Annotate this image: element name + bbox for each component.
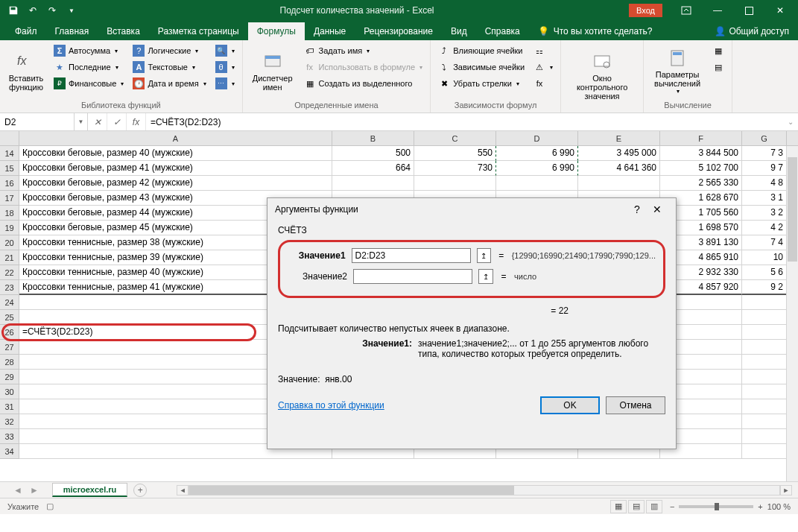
cell[interactable]: 3 495 000 — [578, 146, 660, 161]
cell[interactable] — [742, 340, 787, 355]
row-header[interactable]: 21 — [0, 250, 19, 265]
sheet-nav-prev-icon[interactable]: ◄ — [13, 485, 22, 495]
col-header-D[interactable]: D — [496, 131, 578, 145]
zoom-slider[interactable] — [679, 505, 753, 508]
cell[interactable] — [742, 444, 787, 459]
use-in-formula-button[interactable]: fxИспользовать в формуле▾ — [301, 60, 426, 75]
cell[interactable]: 5 102 700 — [660, 161, 742, 176]
tab-insert[interactable]: Вставка — [98, 22, 149, 40]
cell[interactable] — [496, 176, 578, 191]
row-header[interactable]: 14 — [0, 146, 19, 161]
row-header[interactable]: 16 — [0, 176, 19, 191]
row-header[interactable]: 24 — [0, 295, 19, 310]
cell[interactable] — [332, 176, 414, 191]
row-header[interactable]: 19 — [0, 221, 19, 235]
show-formulas-button[interactable]: ⚏ — [531, 43, 556, 58]
row-header[interactable]: 33 — [0, 429, 19, 444]
cell[interactable]: Кроссовки беговые, размер 40 (мужские) — [19, 146, 332, 161]
cell[interactable]: 4 2 — [742, 221, 787, 235]
dialog-help-icon[interactable]: ? — [628, 203, 646, 215]
row-header[interactable]: 32 — [0, 414, 19, 429]
cell[interactable]: 500 — [332, 146, 414, 161]
cell[interactable]: 550 — [414, 146, 496, 161]
ribbon-options-icon[interactable] — [671, 0, 701, 21]
remove-arrows-button[interactable]: ✖Убрать стрелки▾ — [435, 76, 528, 91]
expand-formula-bar-icon[interactable]: ⌄ — [783, 113, 798, 130]
cell[interactable] — [742, 310, 787, 325]
cell[interactable]: 3 1 — [742, 191, 787, 206]
arg1-input[interactable] — [352, 248, 471, 263]
fx-button[interactable]: fx — [127, 113, 146, 130]
cell[interactable]: 3 844 500 — [660, 146, 742, 161]
row-header[interactable]: 18 — [0, 206, 19, 221]
cell[interactable]: 5 6 — [742, 265, 787, 280]
add-sheet-button[interactable]: + — [133, 484, 147, 497]
lookup-button[interactable]: 🔍▾ — [212, 43, 238, 58]
cancel-formula-icon[interactable]: ✕ — [88, 113, 107, 130]
select-all-corner[interactable] — [0, 131, 19, 145]
cell[interactable] — [414, 176, 496, 191]
cell[interactable]: 2 565 330 — [660, 176, 742, 191]
page-layout-icon[interactable]: ▤ — [628, 500, 645, 513]
col-header-G[interactable]: G — [742, 131, 787, 145]
cancel-button[interactable]: Отмена — [606, 396, 665, 414]
login-button[interactable]: Вход — [629, 4, 662, 17]
calc-now-button[interactable]: ▦ — [709, 43, 727, 58]
minimize-icon[interactable]: — — [703, 0, 732, 21]
sheet-tab-active[interactable]: microexcel.ru — [52, 483, 128, 497]
normal-view-icon[interactable]: ▦ — [610, 500, 627, 513]
hscroll-right-icon[interactable]: ► — [780, 485, 792, 495]
row-header[interactable]: 23 — [0, 280, 19, 295]
cell[interactable]: 4 8 — [742, 176, 787, 191]
tab-data[interactable]: Данные — [305, 22, 355, 40]
tab-help[interactable]: Справка — [476, 22, 529, 40]
undo-icon[interactable]: ↶ — [24, 2, 42, 19]
tab-formulas[interactable]: Формулы — [248, 22, 305, 40]
help-link[interactable]: Справка по этой функции — [278, 400, 384, 411]
tab-review[interactable]: Рецензирование — [355, 22, 442, 40]
cell[interactable]: 3 2 — [742, 206, 787, 221]
trace-dependents-button[interactable]: ⤵Зависимые ячейки — [435, 60, 528, 75]
evaluate-button[interactable]: fx — [531, 76, 556, 91]
arg1-ref-button[interactable]: ↥ — [477, 248, 491, 263]
vertical-scrollbar[interactable] — [786, 146, 798, 481]
col-header-A[interactable]: A — [19, 131, 332, 145]
save-icon[interactable] — [4, 2, 22, 19]
cell[interactable]: 9 2 — [742, 280, 787, 295]
row-header[interactable]: 15 — [0, 161, 19, 176]
cell[interactable]: 6 990 — [496, 146, 578, 161]
row-header[interactable]: 20 — [0, 235, 19, 250]
cell[interactable]: 730 — [414, 161, 496, 176]
recent-button[interactable]: ★Последние▾ — [51, 60, 127, 75]
row-header[interactable]: 25 — [0, 310, 19, 325]
row-header[interactable]: 34 — [0, 444, 19, 459]
formula-input[interactable]: =СЧЁТЗ(D2:D23) — [146, 113, 783, 130]
row-header[interactable]: 26 — [0, 325, 19, 340]
cell[interactable]: 7 3 — [742, 146, 787, 161]
cell[interactable] — [742, 384, 787, 399]
cell[interactable]: 664 — [332, 161, 414, 176]
create-from-selection-button[interactable]: ▦Создать из выделенного — [301, 76, 426, 91]
name-manager-button[interactable]: Диспетчер имен — [247, 43, 298, 99]
cell[interactable] — [742, 325, 787, 340]
more-fn-button[interactable]: ⋯▾ — [212, 76, 238, 91]
row-header[interactable]: 31 — [0, 399, 19, 414]
redo-icon[interactable]: ↷ — [43, 2, 61, 19]
insert-function-button[interactable]: fx Вставить функцию — [4, 43, 48, 99]
tab-layout[interactable]: Разметка страницы — [149, 22, 248, 40]
row-header[interactable]: 29 — [0, 370, 19, 384]
name-box[interactable]: D2 — [0, 113, 75, 130]
cell[interactable]: 4 641 360 — [578, 161, 660, 176]
logical-button[interactable]: ?Логические▾ — [130, 43, 209, 58]
col-header-F[interactable]: F — [660, 131, 742, 145]
error-check-button[interactable]: ⚠▾ — [531, 60, 556, 75]
col-header-B[interactable]: B — [332, 131, 414, 145]
cell[interactable]: 7 4 — [742, 235, 787, 250]
cell[interactable] — [742, 414, 787, 429]
row-header[interactable]: 28 — [0, 355, 19, 370]
cell[interactable] — [742, 355, 787, 370]
share-button[interactable]: 👤Общий доступ — [706, 22, 798, 40]
autosum-button[interactable]: ΣАвтосумма▾ — [51, 43, 127, 58]
datetime-button[interactable]: 🕐Дата и время▾ — [130, 76, 209, 91]
cell[interactable] — [578, 176, 660, 191]
